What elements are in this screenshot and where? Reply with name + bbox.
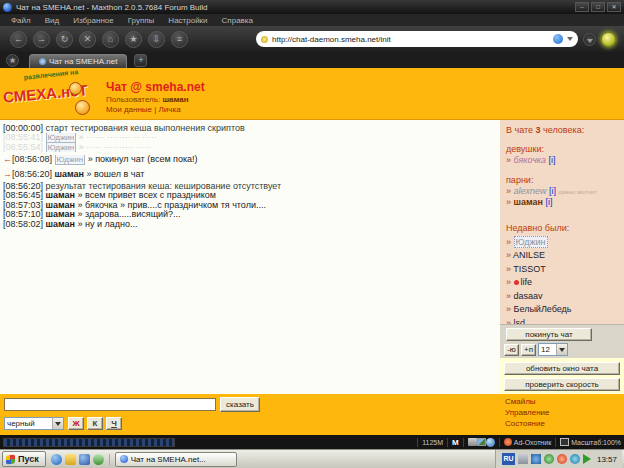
close-button[interactable]: ✕ bbox=[607, 2, 621, 12]
tray-icon[interactable] bbox=[531, 454, 541, 464]
chevron-down-icon[interactable] bbox=[52, 418, 63, 429]
message-time: [08:56:20] bbox=[3, 182, 43, 191]
menu-item[interactable]: Избранное bbox=[66, 16, 121, 25]
recent-user-nick[interactable]: life bbox=[514, 277, 533, 287]
maximize-button[interactable]: □ bbox=[591, 2, 605, 12]
menu-item[interactable]: Настройки bbox=[161, 16, 214, 25]
chevron-down-icon[interactable] bbox=[556, 344, 567, 355]
user-info-link[interactable]: [i] bbox=[549, 155, 556, 165]
tab-chat[interactable]: Чат на SMEHA.net bbox=[29, 54, 127, 68]
back-icon[interactable]: ← bbox=[10, 31, 27, 48]
logo-face-icon bbox=[75, 100, 90, 115]
globe-icon[interactable] bbox=[486, 438, 495, 447]
menu-item[interactable]: Группы bbox=[121, 16, 162, 25]
status-orb-button[interactable] bbox=[601, 32, 616, 47]
url-text[interactable]: http://chat-daemon.smeha.net/init bbox=[272, 35, 550, 44]
italic-button[interactable]: К bbox=[87, 417, 103, 430]
bold-button[interactable]: Ж bbox=[68, 417, 84, 430]
windows-flag-icon bbox=[6, 454, 15, 464]
recent-user-item: » ANILSE· · bbox=[506, 247, 618, 261]
message-input[interactable] bbox=[4, 398, 216, 411]
refresh-icon[interactable]: ↻ bbox=[56, 31, 73, 48]
quicklaunch-maxthon-icon[interactable] bbox=[79, 454, 90, 465]
zoom-level: Масштаб:100% bbox=[571, 439, 621, 446]
say-button[interactable]: сказать bbox=[220, 397, 260, 412]
message-text: » ну и ладно... bbox=[78, 220, 138, 229]
underline-button[interactable]: Ч bbox=[106, 417, 122, 430]
font-increase-button[interactable]: +п bbox=[521, 344, 536, 356]
recent-users-list: » Юджин· · » ANILSE· · » TISSOT· · bbox=[506, 234, 618, 325]
quicklaunch-folder-icon[interactable] bbox=[65, 454, 76, 465]
user-info-link[interactable]: [i] bbox=[546, 197, 553, 207]
new-tab-button[interactable]: + bbox=[134, 54, 147, 67]
address-dropdown-icon[interactable] bbox=[567, 37, 573, 41]
recent-user-nick[interactable]: ANILSE bbox=[513, 250, 545, 260]
user-label: Пользователь: bbox=[106, 95, 160, 104]
text-color-select[interactable]: черный bbox=[4, 417, 64, 430]
start-button[interactable]: Пуск bbox=[2, 451, 46, 467]
chat-message: ←[08:56:08] Юджин » покинул чат (всем по… bbox=[3, 155, 497, 164]
bullet-icon: » bbox=[506, 264, 511, 274]
dropdown-button[interactable] bbox=[583, 33, 596, 46]
footer-link[interactable]: Смайлы bbox=[505, 396, 549, 407]
check-speed-button[interactable]: проверить скорость bbox=[504, 378, 620, 391]
taskbar-task-chat[interactable]: Чат на SMEHA.net... bbox=[115, 452, 237, 467]
recent-user-marks: · · bbox=[547, 249, 553, 255]
address-bar[interactable]: http://chat-daemon.smeha.net/init bbox=[256, 31, 578, 47]
girls-list: » бякочка [i] bbox=[506, 155, 618, 167]
leave-chat-button[interactable]: покинуть чат bbox=[506, 328, 592, 341]
maxthon-m-icon[interactable]: M bbox=[452, 438, 459, 447]
minimize-button[interactable]: – bbox=[575, 2, 589, 12]
message-time: [08:57:10] bbox=[3, 210, 43, 219]
menu-item[interactable]: Вид bbox=[38, 16, 66, 25]
tray-icon[interactable] bbox=[544, 454, 554, 464]
site-favicon bbox=[261, 36, 268, 43]
quicklaunch-browser-icon[interactable] bbox=[51, 454, 62, 465]
sidebar-users: В чате 3 человека: девушки: » бякочка [i… bbox=[500, 120, 624, 324]
language-indicator[interactable]: RU bbox=[502, 453, 515, 465]
user-nick[interactable]: alexnew bbox=[514, 186, 547, 196]
tray-play-icon[interactable] bbox=[583, 454, 591, 464]
home-icon[interactable]: ⌂ bbox=[102, 31, 119, 48]
favorites-icon[interactable]: ★ bbox=[125, 31, 142, 48]
footer-link[interactable]: Управление bbox=[505, 407, 549, 418]
footer-link[interactable]: Состояние bbox=[505, 418, 549, 429]
zoom-control[interactable]: Масштаб:100% bbox=[560, 438, 621, 446]
user-info-link[interactable]: [i] bbox=[549, 186, 556, 196]
printer-icon[interactable] bbox=[468, 438, 477, 446]
menu-item[interactable]: Файл bbox=[4, 16, 38, 25]
forward-icon[interactable]: → bbox=[33, 31, 50, 48]
recent-user-marks: · · bbox=[548, 263, 554, 269]
message-input-band: сказать черный Ж К Ч СмайлыУправлениеСос… bbox=[0, 394, 624, 435]
tray-icon[interactable] bbox=[570, 454, 580, 464]
message-nick: шаман bbox=[46, 210, 76, 219]
message-time: [00:00:00] bbox=[3, 124, 43, 133]
refresh-chat-button[interactable]: обновить окно чата bbox=[504, 362, 620, 375]
site-logo[interactable]: развлечения на СМЕХА.неТ bbox=[3, 70, 99, 118]
font-size-select[interactable]: 12 bbox=[538, 343, 568, 356]
font-decrease-button[interactable]: -ю bbox=[504, 344, 519, 356]
user-nick[interactable]: бякочка bbox=[514, 155, 547, 165]
font-size-controls: -ю +п 12 bbox=[504, 343, 624, 356]
quicklaunch-media-icon[interactable] bbox=[93, 454, 104, 465]
user-nick[interactable]: шаман bbox=[514, 197, 544, 207]
favorites-star-icon[interactable]: ★ bbox=[6, 54, 19, 67]
recent-user-nick[interactable]: Юджин bbox=[514, 236, 548, 248]
stop-icon[interactable]: ✕ bbox=[79, 31, 96, 48]
menu-item[interactable]: Справка bbox=[215, 16, 260, 25]
logo-arc-text: развлечения на bbox=[5, 66, 97, 83]
tools-icon[interactable]: ≡ bbox=[171, 31, 188, 48]
tray-icon[interactable] bbox=[518, 454, 528, 464]
recent-user-nick[interactable]: dasaav bbox=[514, 291, 543, 301]
profile-link[interactable]: Мои данные bbox=[106, 105, 152, 114]
recent-user-marks: · · bbox=[550, 236, 556, 242]
tray-icon[interactable] bbox=[557, 454, 567, 464]
go-icon[interactable] bbox=[553, 34, 563, 44]
ad-hunter-toggle[interactable]: Ad-Охотник bbox=[504, 438, 551, 446]
image-icon[interactable] bbox=[477, 438, 486, 446]
maxthon-app-icon[interactable] bbox=[3, 3, 12, 12]
recent-user-nick[interactable]: БелыйЛебедь bbox=[514, 304, 572, 314]
private-messages-link[interactable]: Личка bbox=[159, 105, 181, 114]
recent-user-nick[interactable]: TISSOT bbox=[513, 264, 546, 274]
download-icon[interactable]: ⇩ bbox=[148, 31, 165, 48]
